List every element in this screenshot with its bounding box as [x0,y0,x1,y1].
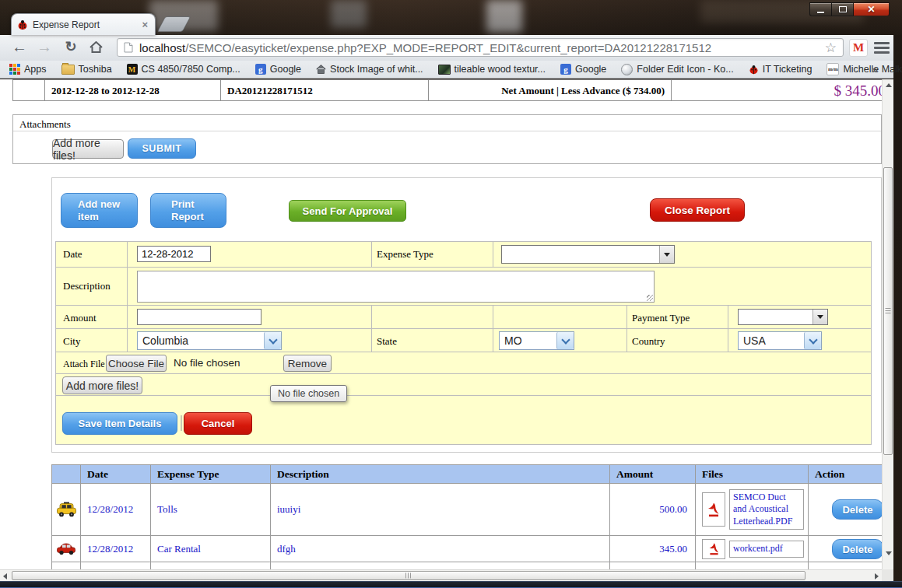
form-row-city: City State Country Columbia MO USA [55,328,872,352]
window-minimize-button[interactable] [809,2,832,16]
file-link[interactable]: workcent.pdf [729,541,804,558]
reload-button[interactable]: ↻ [61,37,81,57]
ladybug-icon [749,65,759,75]
row-date: 12/28/2012 [81,484,151,535]
scroll-right-icon[interactable] [875,573,879,579]
country-label: Country [627,329,728,352]
scroll-left-icon[interactable] [3,573,7,579]
row-amount: 500.00 [610,484,696,535]
header-icon-col [52,465,81,483]
page-icon [124,42,133,53]
description-textarea[interactable] [137,271,655,303]
dropdown-chevron-icon [804,332,821,349]
close-icon: ✕ [867,4,875,15]
horizontal-scrollbar-thumb[interactable] [12,571,805,580]
bookmark-tileable-wood[interactable]: tileable wood textur... [438,64,546,75]
window-close-button[interactable]: ✕ [854,2,890,16]
url-path: /SEMCO/easyticket/expense.php?EXP_MODE=R… [185,41,711,54]
browser-menu-button[interactable] [874,42,890,54]
city-label: City [56,329,128,352]
vertical-scrollbar-thumb[interactable] [883,167,893,455]
table-row: 12/28/2012 Tolls iuuiyi 500.00 SEMCO Duc… [51,484,882,536]
url-text: localhost/SEMCO/easyticket/expense.php?E… [139,41,819,54]
horizontal-scrollbar[interactable] [0,569,882,581]
row-amount: 345.00 [610,536,696,562]
vertical-scrollbar[interactable] [882,79,893,569]
attachments-add-more-files-button[interactable]: Add more files! [52,139,124,159]
window-controls: ✕ [809,2,890,16]
form-row-amount: Amount Payment Type [55,305,872,329]
browser-window: ✕ Expense Report × ← → ↻ lo [0,0,902,588]
thumb-grip-icon [405,573,412,579]
bookmarks-overflow-chevron[interactable]: » [872,64,878,75]
city-select[interactable]: Columbia [137,331,282,350]
table-row [51,562,882,569]
choose-file-button[interactable]: Choose File [106,355,167,372]
net-amount-label: Net Amount | Less Advance ($ 734.00) [428,79,672,101]
expense-type-label: Expense Type [372,242,493,267]
header-expense-type: Expense Type [151,465,271,483]
home-button[interactable] [86,37,106,57]
payment-type-label: Payment Type [627,306,728,328]
bookmark-toshiba[interactable]: Toshiba [61,64,112,75]
expense-type-select[interactable] [501,245,675,264]
browser-tab[interactable]: Expense Report × [11,13,156,35]
gmail-extension-button[interactable]: M [849,39,868,57]
item-add-more-files-button[interactable]: Add more files! [62,376,142,394]
row-date: 12/28/2012 [81,536,151,562]
bookmark-michelle-malkin[interactable]: m⁄m Michelle Malkin [827,63,902,75]
form-row-add-more-files: Add more files! [55,373,872,396]
bookmark-apps[interactable]: Apps [9,64,47,75]
send-for-approval-button[interactable]: Send For Approval [289,200,406,222]
window-maximize-button[interactable] [832,2,854,16]
state-select[interactable]: MO [499,331,574,350]
file-link[interactable]: SEMCO Duct and Acoustical Letterhead.PDF [729,489,804,530]
form-row-date: Date Expense Type [55,241,872,268]
tab-title: Expense Report [33,19,140,30]
print-report-button[interactable]: Print Report [150,193,226,228]
button-divider [181,415,182,431]
cancel-button[interactable]: Cancel [184,412,252,435]
back-button[interactable]: ← [9,37,30,57]
report-id: DA20121228171512 [220,79,429,101]
row-expense-type: Tolls [151,484,271,535]
pdf-icon [706,502,721,517]
delete-button[interactable]: Delete [832,499,882,520]
bookmark-cs4850[interactable]: M CS 4850/7850 Comp... [127,64,240,75]
summary-spacer-cell [12,79,45,101]
bookmark-google-2[interactable]: g Google [560,64,606,75]
tab-close-icon[interactable]: × [140,19,149,30]
amount-label: Amount [56,306,128,328]
scroll-down-icon[interactable] [886,551,892,555]
save-item-details-button[interactable]: Save Item Details [62,412,177,435]
close-report-button[interactable]: Close Report [650,198,745,222]
bookmarks-bar: Apps Toshiba M CS 4850/7850 Comp... g Go… [0,61,893,79]
bookmark-stock-image[interactable]: Stock Image of whit... [316,64,423,75]
forward-button[interactable]: → [34,37,54,57]
bookmark-google-1[interactable]: g Google [255,64,301,75]
attachments-submit-button[interactable]: SUBMIT [128,138,196,159]
pdf-file-icon-box[interactable] [702,492,725,527]
maximize-icon [839,6,847,12]
window-bottom-frame [0,581,902,588]
header-amount: Amount [610,465,696,483]
delete-button[interactable]: Delete [832,539,882,559]
address-bar[interactable]: localhost/SEMCO/easyticket/expense.php?E… [117,38,844,57]
dropdown-arrow-icon [813,310,827,324]
resize-grip-icon[interactable] [647,295,653,301]
scroll-up-icon[interactable] [886,83,892,87]
add-new-item-button[interactable]: Add new item [61,193,138,228]
no-file-chosen-text: No file chosen [174,357,240,369]
row-description: iuuiyi [271,484,610,535]
bookmark-star-icon[interactable]: ☆ [825,40,837,56]
bookmark-folder-edit-icon[interactable]: Folder Edit Icon - Ko... [621,64,733,75]
payment-type-select[interactable] [738,309,828,325]
browser-toolbar: ← → ↻ localhost/SEMCO/easyticket/expense… [0,35,893,61]
amount-input[interactable] [137,309,261,325]
bookmark-it-ticketing[interactable]: IT Ticketing [749,64,813,75]
date-input[interactable] [137,246,211,262]
row-expense-type: Car Rental [151,536,271,562]
remove-file-button[interactable]: Remove [283,355,332,372]
pdf-file-icon-box[interactable] [702,539,725,559]
country-select[interactable]: USA [738,331,822,350]
